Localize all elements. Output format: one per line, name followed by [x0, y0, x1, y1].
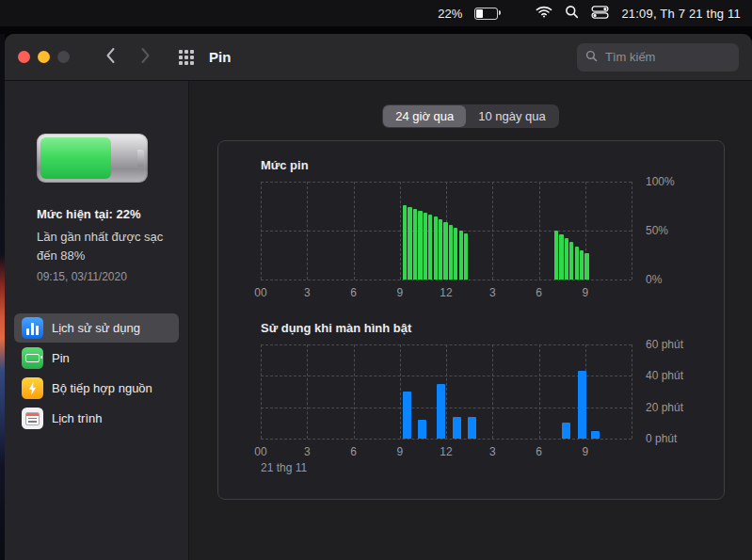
tab-last-24-hours[interactable]: 24 giờ qua — [383, 105, 466, 127]
battery-preferences-window: Pin — [5, 34, 752, 560]
time-range-segmented-control: 24 giờ qua 10 ngày qua — [382, 104, 559, 128]
window-title: Pin — [209, 49, 231, 65]
sidebar-item-schedule[interactable]: Lịch trình — [14, 404, 179, 433]
menu-bar-clock[interactable]: 21:09, Th 7 21 thg 11 — [621, 7, 741, 21]
search-input[interactable] — [603, 49, 730, 65]
title-bar: Pin — [5, 34, 752, 81]
search-field[interactable] — [577, 43, 739, 72]
last-charge-line1: Lần gần nhất được sạc — [37, 228, 179, 247]
battery-level-chart — [261, 182, 632, 280]
close-button[interactable] — [18, 51, 30, 63]
zoom-button[interactable] — [57, 51, 70, 63]
sidebar: Mức hiện tại: 22% Lần gần nhất được sạc … — [5, 81, 189, 560]
battery-settings-icon — [22, 347, 43, 369]
sidebar-item-label: Pin — [52, 351, 70, 365]
sidebar-item-battery[interactable]: Pin — [14, 344, 179, 373]
schedule-icon — [22, 408, 43, 429]
minimize-button[interactable] — [38, 51, 50, 63]
last-charge-line2: đến 88% — [37, 247, 179, 265]
charts-panel: Mức pin 100%50%0% 0036912369 Sử dụng khi… — [217, 140, 725, 500]
battery-level-y-axis: 100%50%0% — [632, 182, 703, 280]
battery-level-chart-title: Mức pin — [261, 158, 703, 172]
back-button[interactable] — [105, 47, 116, 68]
screen-on-usage-x-axis: 003691236921 thg 11 — [261, 439, 632, 482]
sidebar-list: Lịch sử sử dụng Pin Bộ tiếp hợp nguồn Lị… — [5, 313, 188, 433]
last-charge-time: 09:15, 03/11/2020 — [37, 270, 179, 283]
menu-bar: 22% — [0, 0, 752, 26]
main-content: 24 giờ qua 10 ngày qua Mức pin 100%50%0%… — [189, 81, 752, 560]
current-level-label: Mức hiện tại: 22% — [37, 207, 179, 221]
battery-icon[interactable] — [474, 8, 498, 20]
usage-history-icon — [22, 317, 43, 339]
battery-level-x-axis: 0036912369 — [261, 280, 632, 312]
show-all-preferences-icon[interactable] — [179, 50, 194, 65]
spotlight-search-icon[interactable] — [565, 5, 579, 22]
sidebar-item-label: Lịch trình — [52, 411, 102, 425]
power-adapter-icon — [22, 377, 43, 399]
sidebar-item-label: Lịch sử sử dụng — [52, 321, 140, 335]
tab-last-10-days[interactable]: 10 ngày qua — [466, 105, 558, 127]
screen: 22% — [0, 0, 752, 560]
wifi-icon[interactable] — [536, 6, 552, 21]
battery-percent-label: 22% — [438, 7, 462, 21]
screen-on-usage-chart-title: Sử dụng khi màn hình bật — [261, 321, 703, 335]
screen-on-usage-y-axis: 60 phút40 phút20 phút0 phút — [632, 344, 703, 439]
screen-on-usage-chart — [261, 344, 632, 439]
sidebar-item-label: Bộ tiếp hợp nguồn — [52, 381, 152, 395]
sidebar-item-power-adapter[interactable]: Bộ tiếp hợp nguồn — [14, 374, 179, 403]
sidebar-item-usage-history[interactable]: Lịch sử sử dụng — [14, 313, 179, 343]
control-center-icon[interactable] — [591, 6, 609, 22]
search-icon — [585, 49, 598, 66]
battery-graphic — [37, 134, 157, 183]
forward-button[interactable] — [140, 47, 151, 68]
